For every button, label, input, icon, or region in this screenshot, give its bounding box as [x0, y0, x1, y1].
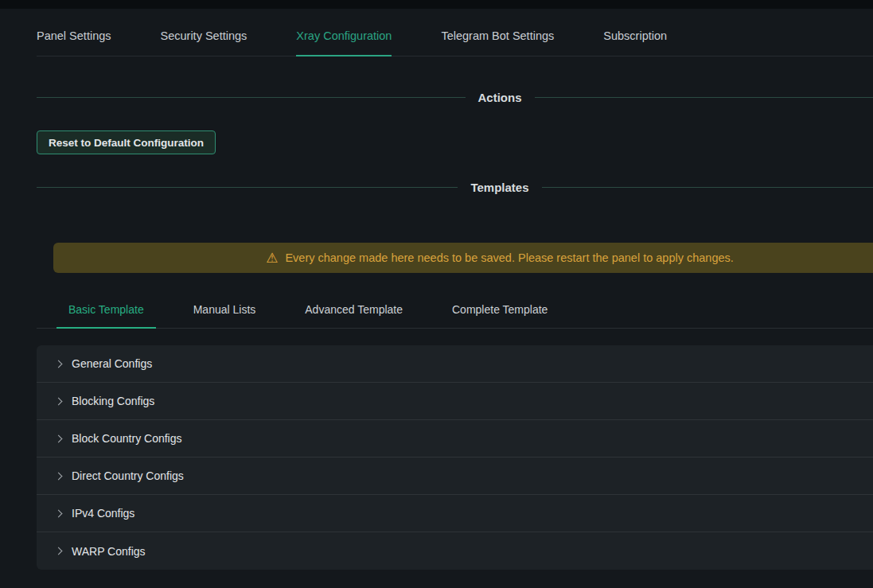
tab-telegram-bot-settings[interactable]: Telegram Bot Settings: [441, 29, 554, 56]
accordion-item-label: WARP Configs: [72, 545, 146, 558]
chevron-right-icon: [55, 547, 63, 555]
accordion-item-label: Block Country Configs: [72, 432, 182, 445]
divider-line: [37, 187, 458, 188]
tab-security-settings[interactable]: Security Settings: [161, 29, 247, 56]
reset-default-config-button[interactable]: Reset to Default Configuration: [37, 130, 216, 154]
chevron-right-icon: [55, 509, 63, 517]
config-accordion: General Configs Blocking Configs Block C…: [37, 345, 873, 570]
accordion-item-label: Blocking Configs: [72, 395, 154, 407]
tab-panel-settings[interactable]: Panel Settings: [37, 29, 111, 56]
tab-basic-template[interactable]: Basic Template: [57, 303, 156, 328]
warning-triangle-icon: ⚠: [266, 251, 278, 265]
chevron-right-icon: [55, 472, 63, 480]
chevron-right-icon: [55, 397, 63, 405]
templates-divider: Templates: [37, 181, 873, 194]
tab-manual-lists[interactable]: Manual Lists: [181, 303, 268, 328]
accordion-item-direct-country-configs[interactable]: Direct Country Configs: [37, 458, 873, 495]
divider-line: [542, 187, 873, 188]
chevron-right-icon: [55, 360, 63, 368]
warning-text: Every change made here needs to be saved…: [285, 251, 733, 264]
template-tab-bar: Basic Template Manual Lists Advanced Tem…: [37, 303, 873, 329]
chevron-right-icon: [55, 434, 63, 442]
accordion-item-warp-configs[interactable]: WARP Configs: [37, 532, 873, 570]
tab-advanced-template[interactable]: Advanced Template: [293, 303, 415, 328]
settings-page: Panel Settings Security Settings Xray Co…: [37, 9, 873, 570]
settings-tab-bar: Panel Settings Security Settings Xray Co…: [37, 9, 873, 56]
accordion-item-label: Direct Country Configs: [72, 469, 184, 482]
warning-banner: ⚠ Every change made here needs to be sav…: [53, 243, 873, 273]
divider-line: [535, 97, 873, 98]
divider-line: [37, 97, 466, 98]
window-top-strip: [0, 0, 873, 9]
templates-section-title: Templates: [470, 181, 528, 194]
tab-xray-configuration[interactable]: Xray Configuration: [296, 29, 392, 56]
tab-subscription[interactable]: Subscription: [603, 29, 667, 56]
actions-section-title: Actions: [478, 91, 522, 104]
accordion-item-blocking-configs[interactable]: Blocking Configs: [37, 383, 873, 420]
accordion-item-ipv4-configs[interactable]: IPv4 Configs: [37, 495, 873, 532]
actions-divider: Actions: [37, 91, 873, 104]
accordion-item-general-configs[interactable]: General Configs: [37, 345, 873, 383]
tab-complete-template[interactable]: Complete Template: [440, 303, 559, 328]
accordion-item-block-country-configs[interactable]: Block Country Configs: [37, 420, 873, 458]
accordion-item-label: General Configs: [72, 357, 152, 370]
accordion-item-label: IPv4 Configs: [72, 507, 134, 520]
